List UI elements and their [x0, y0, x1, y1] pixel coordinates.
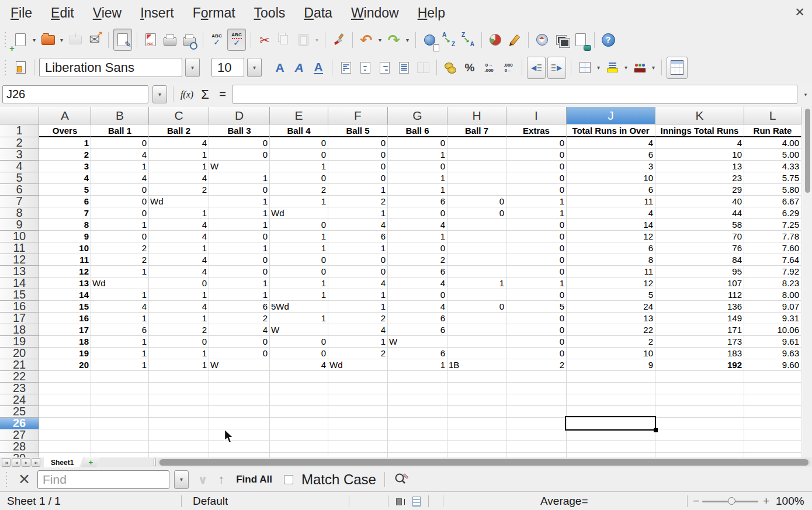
cell-H25[interactable]	[447, 406, 506, 418]
row-header-25[interactable]: 25	[0, 406, 39, 418]
row-header-1[interactable]: 1	[0, 124, 39, 137]
cell-F17[interactable]: 2	[328, 313, 388, 324]
cell-H16[interactable]: 0	[447, 301, 506, 313]
column-header-D[interactable]: D	[209, 107, 270, 124]
cell-H9[interactable]	[447, 219, 506, 231]
cell-J5[interactable]: 10	[567, 172, 655, 184]
help-button[interactable]: ?	[599, 29, 617, 50]
cell-B11[interactable]: 2	[91, 242, 149, 254]
cell-E26[interactable]	[270, 418, 328, 429]
cell-B25[interactable]	[91, 406, 149, 418]
cell-F27[interactable]	[328, 429, 388, 441]
sum-button[interactable]: Σ	[197, 84, 213, 105]
vertical-scrollbar-thumb[interactable]	[805, 109, 810, 193]
cell-J29[interactable]	[567, 453, 655, 457]
cell-H29[interactable]	[447, 453, 506, 457]
cell-L1[interactable]: Run Rate	[744, 124, 801, 137]
cell-F13[interactable]: 0	[328, 266, 388, 277]
cell-J1[interactable]: Total Runs in Over	[567, 124, 655, 137]
cell-C10[interactable]: 4	[149, 231, 209, 242]
vertical-scrollbar[interactable]	[803, 107, 812, 457]
cell-C18[interactable]: 2	[149, 324, 209, 336]
cell-K28[interactable]	[655, 441, 744, 453]
cell-K8[interactable]: 44	[655, 207, 744, 219]
cell-B5[interactable]: 4	[91, 172, 149, 184]
cell-G28[interactable]	[388, 441, 447, 453]
cell-H24[interactable]	[447, 394, 506, 406]
cell-E21[interactable]: 4	[270, 359, 328, 371]
cell-E28[interactable]	[270, 441, 328, 453]
cell-H1[interactable]: Ball 7	[447, 124, 506, 137]
column-header-C[interactable]: C	[149, 107, 209, 124]
cell-A8[interactable]: 7	[39, 207, 91, 219]
cell-I1[interactable]: Extras	[506, 124, 567, 137]
cell-C5[interactable]: 4	[149, 172, 209, 184]
cell-H27[interactable]	[447, 429, 506, 441]
underline-button[interactable]: A	[310, 57, 327, 78]
cell-B29[interactable]	[91, 453, 149, 457]
cell-C22[interactable]	[149, 371, 209, 383]
cell-F20[interactable]: 2	[328, 348, 388, 359]
cell-K25[interactable]	[655, 406, 744, 418]
cell-E12[interactable]: 0	[270, 254, 328, 266]
cell-E9[interactable]: 0	[270, 219, 328, 231]
cell-F9[interactable]: 4	[328, 219, 388, 231]
cell-K11[interactable]: 76	[655, 242, 744, 254]
cell-G24[interactable]	[388, 394, 447, 406]
cell-A27[interactable]	[39, 429, 91, 441]
open-dropdown-arrow-icon[interactable]: ▾	[58, 37, 65, 43]
cell-A10[interactable]: 9	[39, 231, 91, 242]
cell-B7[interactable]: 0	[91, 196, 149, 207]
last-sheet-icon[interactable]: ▶|	[32, 458, 40, 467]
cell-F4[interactable]: 0	[328, 161, 388, 172]
cell-G5[interactable]: 1	[388, 172, 447, 184]
add-decimal-button[interactable]: 0→ .000	[480, 57, 498, 78]
cell-K16[interactable]: 136	[655, 301, 744, 313]
cell-C12[interactable]: 4	[149, 254, 209, 266]
zoom-in-icon[interactable]: +	[763, 492, 769, 510]
insert-mode-icon[interactable]	[396, 498, 402, 505]
cell-D24[interactable]	[209, 394, 270, 406]
cell-L6[interactable]: 5.80	[744, 184, 801, 196]
cell-I10[interactable]: 0	[506, 231, 567, 242]
cell-E6[interactable]: 2	[270, 184, 328, 196]
row-header-23[interactable]: 23	[0, 383, 39, 394]
cell-K3[interactable]: 10	[655, 149, 744, 161]
column-header-K[interactable]: K	[655, 107, 744, 124]
find-previous-icon[interactable]: ↑	[218, 472, 224, 487]
cell-D7[interactable]: 1	[209, 196, 270, 207]
cell-D20[interactable]: 0	[209, 348, 270, 359]
cell-B3[interactable]: 4	[91, 149, 149, 161]
edit-mode-button[interactable]: ✎	[113, 29, 132, 51]
row-header-27[interactable]: 27	[0, 429, 39, 441]
cell-F18[interactable]: 4	[328, 324, 388, 336]
average-label[interactable]: Average=	[540, 492, 588, 510]
cell-C9[interactable]: 4	[149, 219, 209, 231]
cell-K21[interactable]: 192	[655, 359, 744, 371]
cell-E4[interactable]: 1	[270, 161, 328, 172]
column-header-J[interactable]: J	[567, 107, 655, 124]
cell-A6[interactable]: 5	[39, 184, 91, 196]
close-find-bar-icon[interactable]: ✕	[18, 472, 30, 487]
column-header-B[interactable]: B	[91, 107, 149, 124]
cell-J8[interactable]: 4	[567, 207, 655, 219]
cell-K19[interactable]: 173	[655, 336, 744, 348]
cell-H26[interactable]	[447, 418, 506, 429]
cell-G19[interactable]: W	[388, 336, 447, 348]
menu-edit[interactable]: Edit	[41, 5, 84, 21]
cell-L2[interactable]: 4.00	[744, 137, 801, 149]
zoom-out-icon[interactable]: −	[693, 492, 699, 510]
cell-C6[interactable]: 2	[149, 184, 209, 196]
cell-B28[interactable]	[91, 441, 149, 453]
find-and-replace-button[interactable]	[393, 472, 410, 487]
cell-I2[interactable]: 0	[506, 137, 567, 149]
cell-I20[interactable]: 0	[506, 348, 567, 359]
cell-A2[interactable]: 1	[39, 137, 91, 149]
column-header-I[interactable]: I	[506, 107, 567, 124]
formula-input[interactable]	[233, 85, 797, 104]
menu-help[interactable]: Help	[408, 5, 454, 21]
cell-L13[interactable]: 7.92	[744, 266, 801, 277]
undo-dropdown-arrow-icon[interactable]: ▾	[377, 37, 383, 43]
cell-D21[interactable]: W	[209, 359, 270, 371]
cell-G14[interactable]: 4	[388, 277, 447, 289]
